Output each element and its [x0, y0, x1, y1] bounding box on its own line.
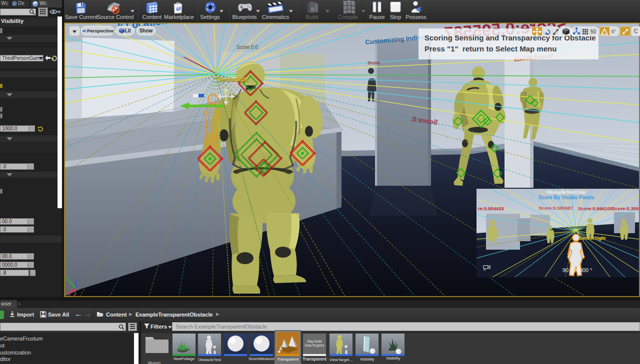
svg-text:u: u: [178, 6, 180, 10]
svg-text:SensorSight: SensorSight: [579, 236, 606, 241]
svg-text:Score:0.595587: Score:0.595587: [538, 205, 573, 211]
svg-text:re:0.004433: re:0.004433: [478, 206, 504, 211]
svg-text:Score:0.666105: Score:0.666105: [578, 206, 613, 211]
svg-text:SensorSight: SensorSight: [218, 77, 248, 82]
svg-text:Score:0.35083: Score:0.35083: [612, 206, 639, 211]
svg-text:ObstacleTestChar: ObstacleTestChar: [546, 189, 586, 195]
svg-text:5°: 5°: [612, 29, 616, 34]
svg-text:50: 50: [590, 29, 596, 34]
svg-text:Score By Visible Points: Score By Visible Points: [538, 195, 594, 200]
svg-text:90.000000 °: 90.000000 °: [562, 267, 592, 273]
svg-text:Score:0.0: Score:0.0: [236, 44, 258, 50]
svg-text:Cha: Cha: [372, 98, 380, 103]
svg-text:i: i: [14, 2, 14, 5]
svg-text:y: y: [66, 276, 68, 280]
svg-text:Score: Score: [368, 60, 380, 65]
